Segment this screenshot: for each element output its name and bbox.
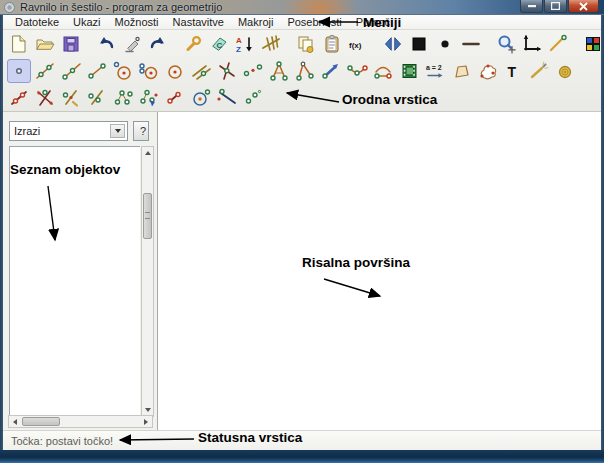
scroll-right-icon[interactable] bbox=[140, 416, 152, 427]
redo-button[interactable] bbox=[146, 32, 170, 56]
main-area: Izrazi ? bbox=[3, 112, 601, 430]
menu-posebnosti[interactable]: Posebnosti bbox=[280, 16, 348, 28]
area-tool-icon bbox=[450, 60, 472, 82]
dropdown-value: Izrazi bbox=[14, 125, 40, 137]
midpoint-tool-button[interactable] bbox=[241, 59, 265, 83]
annotation-status-bar: Statusna vrstica bbox=[198, 430, 302, 445]
scroll-left-icon[interactable] bbox=[9, 416, 21, 427]
menu-nastavitve[interactable]: Nastavitve bbox=[166, 16, 231, 28]
point-display-icon bbox=[434, 33, 456, 55]
redo-icon bbox=[147, 33, 169, 55]
chevron-down-icon[interactable] bbox=[110, 124, 125, 138]
horizontal-scroll-thumb[interactable] bbox=[22, 417, 60, 426]
segment-tool-icon bbox=[86, 60, 108, 82]
hide-objects-button[interactable] bbox=[259, 32, 283, 56]
toolbar-row-1: CAZf(x)i bbox=[3, 30, 601, 57]
background-color-button[interactable] bbox=[407, 32, 431, 56]
track-button[interactable] bbox=[546, 32, 570, 56]
point-pair-tool-button[interactable] bbox=[241, 86, 265, 110]
ray-tool-button[interactable] bbox=[59, 59, 83, 83]
vertical-scroll-thumb[interactable] bbox=[143, 193, 152, 239]
perpendicular-tool-icon bbox=[216, 60, 238, 82]
circle3-tool-button[interactable] bbox=[189, 86, 213, 110]
menu-datoteke[interactable]: Datoteke bbox=[8, 16, 66, 28]
swap-view-button[interactable] bbox=[381, 32, 405, 56]
point-display-button[interactable] bbox=[433, 32, 457, 56]
animate-tool-icon bbox=[554, 60, 576, 82]
object-filter-dropdown[interactable]: Izrazi bbox=[9, 121, 128, 141]
svg-text:a = 2: a = 2 bbox=[426, 64, 442, 71]
delete-icon bbox=[121, 33, 143, 55]
circle3-tool-icon bbox=[190, 87, 212, 109]
angle-tool-icon bbox=[268, 60, 290, 82]
new-file-button[interactable] bbox=[7, 32, 31, 56]
save-file-icon bbox=[60, 33, 82, 55]
coordinate-axes-button[interactable] bbox=[520, 32, 544, 56]
line-width-icon bbox=[460, 33, 482, 55]
delete-button[interactable] bbox=[120, 32, 144, 56]
annotation-menus: Meniji bbox=[363, 15, 401, 30]
line-width-button[interactable] bbox=[459, 32, 483, 56]
clipboard-button[interactable] bbox=[320, 32, 344, 56]
zoom-icon bbox=[495, 33, 517, 55]
angle-bisector-tool-button[interactable] bbox=[59, 86, 83, 110]
swap-view-icon bbox=[382, 33, 404, 55]
parallel-tool-button[interactable] bbox=[189, 59, 213, 83]
fixed-angle-tool-button[interactable] bbox=[293, 59, 317, 83]
area-tool-button[interactable] bbox=[449, 59, 473, 83]
symmetry-tool-icon bbox=[164, 87, 186, 109]
chord-arc-tool-button[interactable] bbox=[371, 59, 395, 83]
undo-button[interactable] bbox=[94, 32, 118, 56]
zoom-button[interactable] bbox=[494, 32, 518, 56]
segment-tool-button[interactable] bbox=[85, 59, 109, 83]
minimize-button[interactable] bbox=[520, 0, 543, 13]
line-cross-tool-button[interactable] bbox=[33, 86, 57, 110]
text-tool-button[interactable]: T bbox=[501, 59, 525, 83]
tangent-tool-button[interactable] bbox=[215, 86, 239, 110]
close-button[interactable] bbox=[568, 0, 599, 13]
menu-moznosti[interactable]: Možnosti bbox=[108, 16, 166, 28]
perpendicular-tool-button[interactable] bbox=[215, 59, 239, 83]
automatic-tool-button[interactable] bbox=[527, 59, 551, 83]
arc-tool-button[interactable] bbox=[345, 59, 369, 83]
function-button[interactable]: f(x) bbox=[346, 32, 370, 56]
maximize-button[interactable] bbox=[544, 0, 567, 13]
annotation-object-list: Seznam objektov bbox=[10, 162, 120, 177]
window-controls bbox=[519, 0, 599, 13]
translate-tool-icon bbox=[112, 87, 134, 109]
polygon-tool-button[interactable] bbox=[475, 59, 499, 83]
move-tool-icon bbox=[320, 60, 342, 82]
circle-tool-button[interactable] bbox=[111, 59, 135, 83]
menu-bar: DatotekeUkaziMožnostiNastavitveMakrojiPo… bbox=[3, 15, 601, 30]
point-tool-button[interactable] bbox=[7, 59, 31, 83]
settings-button[interactable] bbox=[181, 32, 205, 56]
perp-bisector-tool-button[interactable] bbox=[85, 86, 109, 110]
help-button[interactable]: ? bbox=[133, 121, 149, 141]
new-file-icon bbox=[8, 33, 30, 55]
comment-button[interactable]: C bbox=[207, 32, 231, 56]
save-file-button[interactable] bbox=[59, 32, 83, 56]
drawing-area[interactable] bbox=[159, 112, 601, 430]
object-list-vertical-scrollbar[interactable] bbox=[141, 146, 154, 417]
menu-ukazi[interactable]: Ukazi bbox=[66, 16, 108, 28]
copy-construction-button[interactable] bbox=[294, 32, 318, 56]
move-tool-button[interactable] bbox=[319, 59, 343, 83]
open-file-button[interactable] bbox=[33, 32, 57, 56]
circle-tool-icon bbox=[112, 60, 134, 82]
line-tool-button[interactable] bbox=[33, 59, 57, 83]
menu-makroji[interactable]: Makroji bbox=[231, 16, 280, 28]
animate-tool-button[interactable] bbox=[553, 59, 577, 83]
sort-button[interactable]: AZ bbox=[233, 32, 257, 56]
angle-tool-button[interactable] bbox=[267, 59, 291, 83]
expression-tool-button[interactable]: a = 2 bbox=[423, 59, 447, 83]
scroll-up-icon[interactable] bbox=[142, 147, 153, 159]
translate-tool-button[interactable] bbox=[111, 86, 135, 110]
object-list[interactable] bbox=[9, 146, 140, 417]
animation-tool-button[interactable] bbox=[397, 59, 421, 83]
object-list-horizontal-scrollbar[interactable] bbox=[8, 415, 153, 428]
symmetry-tool-button[interactable] bbox=[163, 86, 187, 110]
compass-circle-tool-button[interactable] bbox=[163, 59, 187, 83]
intersection-tool-button[interactable] bbox=[7, 86, 31, 110]
rotate-tool-button[interactable] bbox=[137, 86, 161, 110]
fixed-circle-tool-button[interactable] bbox=[137, 59, 161, 83]
